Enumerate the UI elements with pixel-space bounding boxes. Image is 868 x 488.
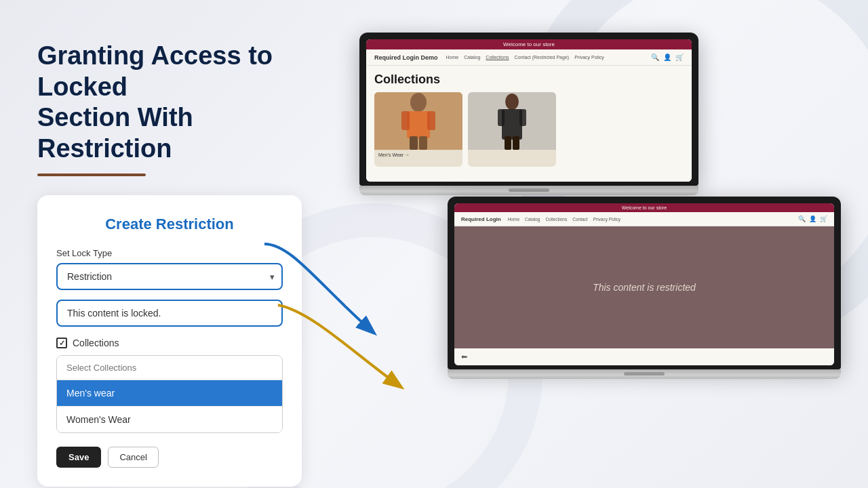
svg-rect-14 (505, 136, 511, 150)
form-card-title: Create Restriction (56, 216, 283, 233)
search-icon-front[interactable]: 🔍 (798, 216, 806, 222)
cart-icon-back[interactable]: 🛒 (675, 54, 684, 61)
nav-link-home-front[interactable]: Home (508, 217, 519, 222)
store-nav-back: Required Login Demo Home Catalog Collect… (366, 49, 692, 66)
collections-dropdown: Men's wear Women's Wear (56, 355, 283, 433)
form-buttons: Save Cancel (56, 447, 283, 468)
store-banner-front: Welcome to our store (454, 203, 834, 212)
svg-point-3 (410, 93, 427, 112)
nav-link-contact-back[interactable]: Contact (Restricted Page) (515, 55, 570, 60)
cart-icon-front[interactable]: 🛒 (820, 216, 827, 222)
laptop-base-back (359, 186, 698, 195)
mens-wear-label: Men's Wear → (374, 150, 462, 160)
mens-wear-card: Men's Wear → (374, 92, 462, 167)
store-logo-back: Required Login Demo (374, 54, 438, 61)
svg-rect-7 (410, 136, 418, 150)
svg-rect-13 (519, 109, 526, 126)
store-nav-links-back: Home Catalog Collections Contact (Restri… (446, 55, 643, 60)
restricted-text: This content is restricted (593, 282, 696, 293)
locked-message-input[interactable] (56, 300, 283, 327)
lock-type-select-wrapper: Restriction ▾ (56, 263, 283, 290)
svg-rect-12 (498, 109, 505, 126)
nav-link-privacy-front[interactable]: Privacy Policy (593, 217, 620, 222)
collections-page-title: Collections (366, 66, 692, 92)
laptop-base-front (448, 369, 841, 379)
laptop-shell-back: Welcome to our store Required Login Demo… (359, 33, 698, 186)
left-section: Granting Access to Locked Section With R… (37, 41, 322, 487)
svg-rect-4 (407, 111, 430, 138)
account-icon-front[interactable]: 👤 (809, 216, 816, 222)
svg-point-10 (505, 94, 519, 110)
account-icon-back[interactable]: 👤 (663, 54, 671, 61)
svg-rect-8 (419, 136, 427, 150)
svg-rect-15 (513, 136, 519, 150)
nav-link-privacy-back[interactable]: Privacy Policy (574, 55, 604, 60)
laptop-screen-front: Welcome to our store Required Login Home… (454, 203, 834, 365)
page-title: Granting Access to Locked Section With R… (37, 41, 322, 164)
store-nav-front: Required Login Home Catalog Collections … (454, 212, 834, 226)
laptop-back: Welcome to our store Required Login Demo… (359, 33, 698, 195)
nav-link-collections-front[interactable]: Collections (545, 217, 567, 222)
lock-type-select[interactable]: Restriction (56, 263, 283, 290)
svg-rect-5 (401, 111, 410, 130)
collections-label: Collections (73, 338, 119, 348)
nav-link-collections-back[interactable]: Collections (486, 55, 509, 60)
dropdown-item-womens-wear[interactable]: Women's Wear (57, 406, 282, 432)
save-button[interactable]: Save (56, 447, 101, 468)
form-card: Create Restriction Set Lock Type Restric… (37, 195, 302, 487)
store-nav-icons-back: 🔍 👤 🛒 (651, 54, 684, 61)
collections-checkbox[interactable] (56, 338, 67, 348)
collections-search-input[interactable] (57, 356, 282, 380)
svg-rect-11 (502, 109, 522, 140)
svg-rect-6 (427, 111, 435, 130)
nav-link-home-back[interactable]: Home (446, 55, 459, 60)
store-logo-front: Required Login (461, 216, 501, 222)
lock-type-label: Set Lock Type (56, 248, 283, 258)
nav-link-contact-front[interactable]: Contact (572, 217, 587, 222)
dropdown-item-mens-wear[interactable]: Men's wear (57, 380, 282, 406)
nav-link-catalog-front[interactable]: Catalog (525, 217, 540, 222)
laptop-front: Welcome to our store Required Login Home… (448, 197, 841, 379)
cancel-button[interactable]: Cancel (108, 447, 158, 468)
nav-link-catalog-back[interactable]: Catalog (464, 55, 480, 60)
restricted-content-area: This content is restricted (454, 226, 834, 348)
womens-wear-label (468, 150, 556, 155)
store-nav-icons-front: 🔍 👤 🛒 (798, 216, 827, 222)
laptop-screen-back: Welcome to our store Required Login Demo… (366, 39, 692, 182)
search-icon-back[interactable]: 🔍 (651, 54, 659, 61)
collections-checkbox-row: Collections (56, 338, 283, 348)
laptop-shell-front: Welcome to our store Required Login Home… (448, 197, 841, 369)
store-banner-back: Welcome to our store (366, 39, 692, 49)
back-icon[interactable]: ⬅ (461, 352, 467, 361)
title-underline (37, 174, 146, 176)
collections-grid: Men's Wear → (366, 92, 692, 175)
store-nav-links-front: Home Catalog Collections Contact Privacy… (508, 217, 791, 222)
womens-wear-card (468, 92, 556, 167)
store-bottom-bar: ⬅ (454, 348, 834, 365)
